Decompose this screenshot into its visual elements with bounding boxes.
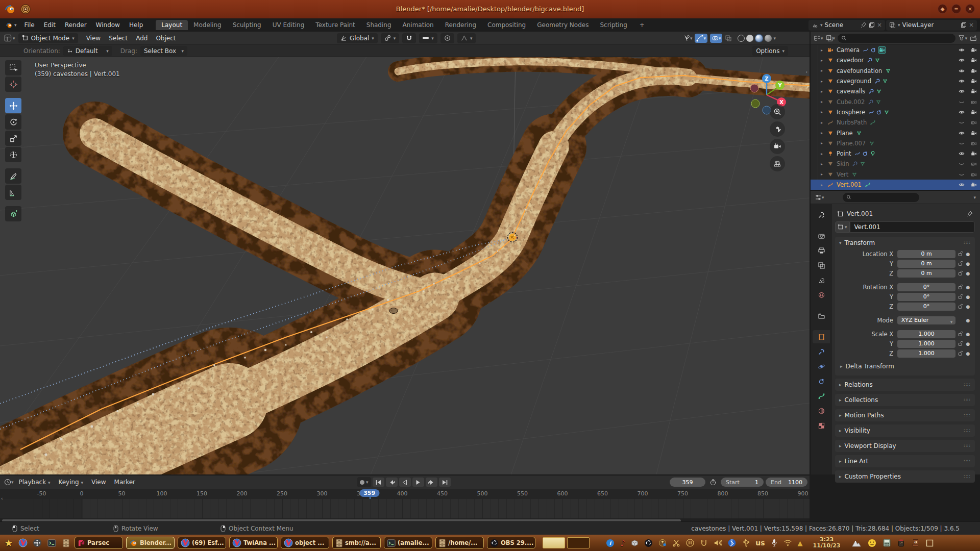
disable-render-toggle[interactable] xyxy=(971,68,977,74)
transform-orientation-dropdown[interactable]: Global▾ xyxy=(337,33,378,43)
object-name[interactable]: Camera xyxy=(837,46,860,54)
taskbar-window-smb-a-[interactable]: smb://a... xyxy=(332,537,381,549)
disable-render-toggle[interactable] xyxy=(971,119,977,126)
hide-viewport-toggle[interactable] xyxy=(959,109,965,115)
selectability-visibility-dropdown[interactable]: ▾ xyxy=(683,35,693,42)
properties-tab-viewlayer[interactable] xyxy=(813,259,830,272)
tray-obs[interactable] xyxy=(644,537,653,549)
tray-volume[interactable] xyxy=(714,537,722,549)
workspace-1[interactable] xyxy=(543,537,565,548)
add-workspace-tab[interactable]: + xyxy=(634,20,650,30)
object-name[interactable]: Plane.007 xyxy=(837,140,866,147)
timeline-ruler[interactable]: -500501001502002503003504004505005506006… xyxy=(0,489,810,499)
snap-toggle[interactable] xyxy=(402,33,416,43)
shading-wireframe-button[interactable] xyxy=(738,35,745,42)
field-z[interactable]: 1.000 xyxy=(897,349,955,358)
tool-move[interactable] xyxy=(5,98,21,113)
properties-tab-collection[interactable] xyxy=(813,309,830,322)
expand-icon[interactable]: ▸ xyxy=(821,58,826,63)
outliner-row[interactable]: ▸Camera xyxy=(811,45,980,55)
tray-dictionary[interactable]: a xyxy=(912,537,919,549)
tool-annotate[interactable] xyxy=(5,168,21,184)
object-name[interactable]: Icosphere xyxy=(837,109,865,116)
hide-viewport-toggle[interactable] xyxy=(959,68,965,74)
tray-package[interactable] xyxy=(631,537,639,549)
launcher-menu-star[interactable]: ★ xyxy=(3,537,14,548)
transport-play-reverse[interactable] xyxy=(399,478,411,487)
hide-viewport-toggle[interactable] xyxy=(959,88,965,94)
taskbar-window-obs-29-[interactable]: OBS 29.... xyxy=(487,537,535,549)
tab-texture-paint[interactable]: Texture Paint xyxy=(310,20,360,30)
hide-viewport-toggle[interactable] xyxy=(959,78,965,84)
properties-tab-modifier[interactable] xyxy=(813,345,830,358)
lock-icon[interactable] xyxy=(955,331,965,337)
animate-dot[interactable]: ● xyxy=(965,271,971,276)
field-location-x[interactable]: 0 m xyxy=(897,250,955,258)
options-dropdown[interactable]: Options▾ xyxy=(752,46,788,56)
properties-tab-render[interactable] xyxy=(813,229,830,242)
object-name[interactable]: NurbsPath xyxy=(837,119,867,126)
expand-icon[interactable]: ▸ xyxy=(821,110,826,114)
disable-render-toggle[interactable] xyxy=(971,99,977,105)
taskbar-window-parsec[interactable]: Parsec xyxy=(75,537,123,549)
field-y[interactable]: 0° xyxy=(897,293,955,301)
object-name[interactable]: Plane xyxy=(837,130,853,137)
expand-icon[interactable]: ▸ xyxy=(821,99,826,104)
tab-sculpting[interactable]: Sculpting xyxy=(227,20,267,30)
viewport-menu-select[interactable]: Select xyxy=(105,33,132,43)
animate-dot[interactable]: ● xyxy=(965,341,971,346)
properties-tab-world[interactable] xyxy=(813,288,830,302)
lock-icon[interactable] xyxy=(955,304,965,310)
expand-icon[interactable]: ▸ xyxy=(821,162,826,166)
frame-end-field[interactable]: End1100 xyxy=(766,478,807,487)
shading-material-button[interactable] xyxy=(755,34,763,42)
tool-add-cube[interactable] xyxy=(5,206,21,221)
timeline-menu-keying[interactable]: Keying ▾ xyxy=(54,477,87,487)
expand-icon[interactable]: ▸ xyxy=(821,183,826,187)
proportional-edit-toggle[interactable] xyxy=(440,33,454,43)
hide-viewport-toggle[interactable] xyxy=(959,130,965,136)
taskbar-window--home-[interactable]: /home/... xyxy=(435,537,484,549)
outliner-row[interactable]: ▸Vert xyxy=(811,169,980,180)
expand-icon[interactable]: ▸ xyxy=(821,131,826,135)
panel-relations[interactable]: ▸Relations∷∷ xyxy=(835,379,975,391)
tray-mountain[interactable] xyxy=(852,537,861,549)
object-name[interactable]: caveground xyxy=(837,78,871,85)
menu-render[interactable]: Render xyxy=(60,20,91,30)
tray-eject[interactable]: ▲ xyxy=(798,537,803,549)
expand-icon[interactable]: ▸ xyxy=(821,68,826,73)
tray-usb[interactable] xyxy=(742,537,750,549)
tray-clamp[interactable] xyxy=(700,537,708,549)
object-name[interactable]: Skin xyxy=(837,160,849,167)
outliner-filter-dropdown[interactable]: ▾ xyxy=(958,35,967,41)
properties-tab-scene[interactable] xyxy=(813,273,830,287)
tray-scissors[interactable] xyxy=(672,537,680,549)
menu-help[interactable]: Help xyxy=(125,20,148,30)
outliner-row[interactable]: ▸Icosphere xyxy=(811,107,980,117)
viewport-menu-add[interactable]: Add xyxy=(132,33,152,43)
field-rotation-x[interactable]: 0° xyxy=(897,283,955,291)
new-collection-button[interactable] xyxy=(970,35,977,42)
outliner-row[interactable]: ▸Skin xyxy=(811,159,980,169)
tray-pause[interactable] xyxy=(686,537,694,549)
outliner-row[interactable]: ▸cavedoor xyxy=(811,55,980,65)
tray-clock[interactable]: 3:2311/10/23 xyxy=(813,537,841,549)
disable-render-toggle[interactable] xyxy=(971,130,977,136)
sidebar-collapse-icon[interactable]: ‹ xyxy=(805,69,807,74)
delta-transform-panel-header[interactable]: ▸Delta Transform xyxy=(835,361,975,371)
launcher-file-cabinet[interactable] xyxy=(60,537,71,548)
app-menu-button[interactable]: ▾ xyxy=(3,21,19,29)
timeline-menu-marker[interactable]: Marker xyxy=(110,477,139,487)
drag-setting-dropdown[interactable]: Select Box▾ xyxy=(140,46,187,56)
auto-keying-toggle[interactable]: ▾ xyxy=(357,477,371,487)
panel-viewport-display[interactable]: ▸Viewport Display∷∷ xyxy=(835,440,975,452)
disable-render-toggle[interactable] xyxy=(971,88,977,94)
pan-button[interactable] xyxy=(770,121,785,137)
tab-scripting[interactable]: Scripting xyxy=(594,20,632,30)
menu-edit[interactable]: Edit xyxy=(39,20,60,30)
taskbar-window-object-[interactable]: object ... xyxy=(281,537,329,549)
tab-compositing[interactable]: Compositing xyxy=(482,20,531,30)
properties-search[interactable] xyxy=(843,193,919,202)
tray-bluetooth[interactable] xyxy=(728,537,736,549)
outliner-row[interactable]: ▸cavewalls xyxy=(811,86,980,96)
